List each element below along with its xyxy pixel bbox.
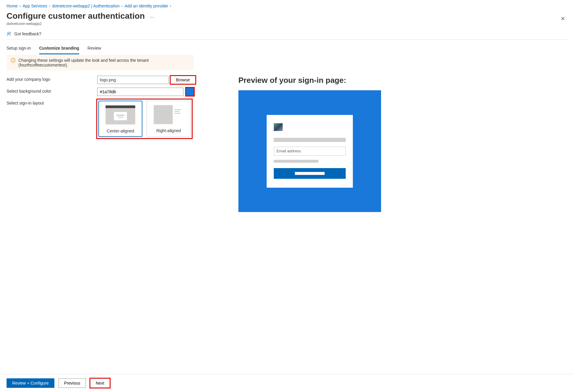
preview-heading-skeleton — [274, 138, 346, 142]
close-icon[interactable]: ✕ — [558, 14, 567, 23]
layout-option-right[interactable]: Right-aligned — [147, 101, 191, 137]
bg-color-label: Select background color — [7, 88, 97, 94]
logo-label: Add your company logo — [7, 76, 97, 82]
preview-signin-card: Email address — [267, 115, 353, 188]
more-actions-icon[interactable]: ⋯ — [150, 15, 155, 20]
chevron-right-icon: › — [19, 4, 21, 8]
page-title: Configure customer authentication — [7, 11, 145, 21]
layout-center-label: Center-aligned — [107, 129, 134, 133]
layout-option-center[interactable]: Center-aligned — [98, 101, 142, 137]
layout-label: Select sign-in layout — [7, 99, 97, 105]
preview-background: Email address — [238, 90, 381, 212]
bg-color-swatch[interactable] — [186, 88, 194, 96]
preview-heading: Preview of your sign-in page: — [238, 76, 381, 85]
info-text: Changing these settings will update the … — [18, 58, 190, 67]
browse-button[interactable]: Browse — [170, 76, 196, 84]
tab-customize-branding[interactable]: Customize branding — [39, 44, 79, 54]
preview-submit-button — [274, 168, 346, 179]
divider — [7, 39, 567, 40]
breadcrumb-add-idp[interactable]: Add an identity provider — [125, 4, 168, 8]
feedback-icon — [7, 31, 12, 37]
preview-email-input: Email address — [274, 147, 346, 156]
logo-file-input[interactable] — [97, 76, 169, 84]
svg-point-0 — [8, 32, 10, 34]
chevron-right-icon: › — [49, 4, 51, 8]
layout-thumb-right — [154, 105, 183, 124]
layout-options-group: Center-aligned Right-aligned — [97, 99, 192, 138]
layout-thumb-center — [106, 105, 135, 124]
preview-subtext-skeleton — [274, 160, 318, 163]
breadcrumb-webapp-auth[interactable]: dotnetcore-webapp2 | Authentication — [52, 4, 119, 8]
chevron-right-icon: › — [170, 4, 172, 8]
info-icon — [11, 58, 15, 64]
tab-review[interactable]: Review — [87, 44, 101, 54]
layout-right-label: Right-aligned — [156, 128, 181, 133]
svg-rect-2 — [13, 60, 13, 61]
preview-logo-image — [274, 123, 283, 131]
bg-color-input[interactable] — [97, 88, 183, 96]
svg-rect-3 — [13, 59, 13, 60]
breadcrumb-home[interactable]: Home — [7, 4, 18, 8]
feedback-label: Got feedback? — [14, 31, 41, 36]
tab-setup-signin[interactable]: Setup sign-in — [7, 44, 31, 54]
breadcrumb: Home› App Services› dotnetcore-webapp2 |… — [7, 4, 567, 8]
page-subtitle: dotnetcore-webapp2 — [7, 21, 155, 26]
feedback-link[interactable]: Got feedback? — [7, 31, 567, 37]
info-banner: Changing these settings will update the … — [7, 55, 194, 70]
chevron-right-icon: › — [121, 4, 123, 8]
breadcrumb-appservices[interactable]: App Services — [23, 4, 47, 8]
tabs: Setup sign-in Customize branding Review — [7, 44, 567, 54]
